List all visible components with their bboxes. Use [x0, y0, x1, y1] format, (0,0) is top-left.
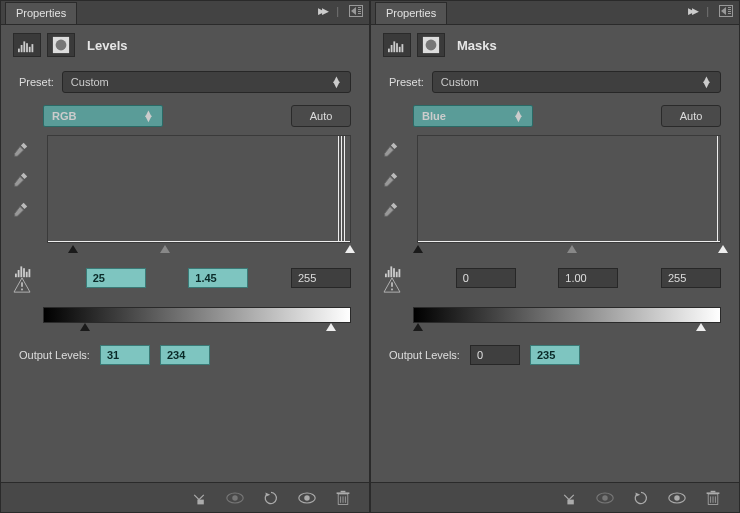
shadow-input[interactable]: 0 [456, 268, 516, 288]
panel-tabbar: Properties ▶▶ | [371, 1, 739, 25]
panel-tabbar: Properties ▶▶ | [1, 1, 369, 25]
midtone-slider[interactable] [567, 245, 577, 253]
shadow-slider[interactable] [68, 245, 78, 253]
divider: | [336, 5, 339, 17]
adjustment-title: Masks [457, 38, 497, 53]
highlight-slider[interactable] [718, 245, 728, 253]
collapse-icon[interactable]: ▶▶ [688, 6, 696, 16]
tab-properties[interactable]: Properties [5, 2, 77, 24]
dropdown-arrows-icon: ▲▼ [143, 111, 154, 121]
eyedropper-gray-icon[interactable] [381, 171, 399, 189]
dropdown-arrows-icon: ▲▼ [701, 77, 712, 87]
delete-icon[interactable] [333, 489, 353, 507]
mask-icon[interactable] [47, 33, 75, 57]
levels-icon[interactable] [13, 33, 41, 57]
auto-button[interactable]: Auto [291, 105, 351, 127]
preset-dropdown[interactable]: Custom ▲▼ [62, 71, 351, 93]
reset-icon[interactable] [261, 489, 281, 507]
preset-value: Custom [71, 76, 109, 88]
shadow-input[interactable]: 25 [86, 268, 146, 288]
highlight-slider[interactable] [345, 245, 355, 253]
svg-point-45 [602, 495, 607, 500]
svg-rect-16 [197, 499, 203, 504]
adjustment-title: Levels [87, 38, 127, 53]
preset-label: Preset: [389, 76, 424, 88]
svg-rect-43 [567, 499, 573, 504]
midtone-input[interactable]: 1.45 [188, 268, 248, 288]
output-white-slider[interactable] [326, 323, 336, 331]
svg-rect-10 [20, 266, 22, 277]
highlight-input[interactable]: 255 [291, 268, 351, 288]
output-high-input[interactable]: 234 [160, 345, 210, 365]
histogram-warn-icon[interactable] [383, 261, 405, 295]
properties-panel: Properties ▶▶ | Levels Preset: Custom ▲▼… [0, 0, 370, 513]
midtone-slider[interactable] [160, 245, 170, 253]
channel-value: Blue [422, 110, 446, 122]
input-slider-track[interactable] [43, 245, 351, 255]
svg-point-18 [232, 495, 237, 500]
dropdown-arrows-icon: ▲▼ [513, 111, 524, 121]
svg-point-34 [426, 40, 437, 51]
eyedropper-black-icon[interactable] [11, 141, 29, 159]
svg-rect-4 [29, 47, 31, 52]
collapse-icon[interactable]: ▶▶ [318, 6, 326, 16]
output-black-slider[interactable] [413, 323, 423, 331]
svg-rect-0 [18, 49, 20, 53]
svg-point-20 [304, 495, 309, 500]
eyedropper-white-icon[interactable] [381, 201, 399, 219]
eyedropper-gray-icon[interactable] [11, 171, 29, 189]
highlight-input[interactable]: 255 [661, 268, 721, 288]
eyedropper-white-icon[interactable] [11, 201, 29, 219]
svg-rect-2 [23, 41, 25, 52]
preset-dropdown[interactable]: Custom ▲▼ [432, 71, 721, 93]
svg-rect-15 [21, 289, 23, 291]
histogram[interactable] [417, 135, 721, 243]
output-slider-track[interactable] [413, 323, 721, 333]
mask-icon[interactable] [417, 33, 445, 57]
levels-icon[interactable] [383, 33, 411, 57]
output-black-slider[interactable] [80, 323, 90, 331]
output-high-input[interactable]: 235 [530, 345, 580, 365]
svg-rect-5 [32, 44, 34, 52]
panel-footer [371, 482, 739, 512]
svg-rect-30 [396, 43, 398, 52]
auto-button[interactable]: Auto [661, 105, 721, 127]
clip-to-layer-icon[interactable] [189, 489, 209, 507]
view-previous-icon[interactable] [225, 489, 245, 507]
channel-dropdown[interactable]: RGB ▲▼ [43, 105, 163, 127]
output-white-slider[interactable] [696, 323, 706, 331]
preset-label: Preset: [19, 76, 54, 88]
clip-to-layer-icon[interactable] [559, 489, 579, 507]
svg-rect-29 [393, 41, 395, 52]
histogram-warn-icon[interactable] [13, 261, 35, 295]
channel-dropdown[interactable]: Blue ▲▼ [413, 105, 533, 127]
output-low-input[interactable]: 31 [100, 345, 150, 365]
svg-point-47 [674, 495, 679, 500]
midtone-input[interactable]: 1.00 [558, 268, 618, 288]
svg-rect-41 [391, 282, 393, 286]
svg-rect-38 [393, 268, 395, 277]
flyout-menu-icon[interactable] [719, 5, 733, 17]
tab-properties[interactable]: Properties [375, 2, 447, 24]
shadow-slider[interactable] [413, 245, 423, 253]
svg-rect-23 [341, 490, 346, 492]
svg-rect-13 [29, 269, 31, 277]
output-low-input[interactable]: 0 [470, 345, 520, 365]
delete-icon[interactable] [703, 489, 723, 507]
flyout-menu-icon[interactable] [349, 5, 363, 17]
output-levels-label: Output Levels: [389, 349, 460, 361]
view-previous-icon[interactable] [595, 489, 615, 507]
divider: | [706, 5, 709, 17]
output-slider-track[interactable] [43, 323, 351, 333]
reset-icon[interactable] [631, 489, 651, 507]
input-slider-track[interactable] [413, 245, 721, 255]
svg-rect-28 [391, 45, 393, 52]
toggle-visibility-icon[interactable] [297, 489, 317, 507]
output-gradient [413, 307, 721, 323]
svg-rect-32 [402, 44, 404, 52]
toggle-visibility-icon[interactable] [667, 489, 687, 507]
panel-footer [1, 482, 369, 512]
eyedropper-black-icon[interactable] [381, 141, 399, 159]
svg-rect-49 [707, 492, 720, 494]
histogram[interactable] [47, 135, 351, 243]
